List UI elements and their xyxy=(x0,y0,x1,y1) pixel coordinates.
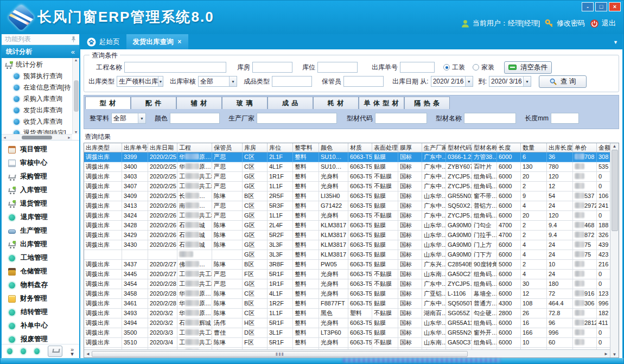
radio-jiazhuang[interactable] xyxy=(473,64,479,71)
table-row[interactable]: G区3L3F整料KLM38176063-T5贴膜国标山东华…GA90M09.门下… xyxy=(84,250,610,260)
tree-item[interactable]: 收货入库查询 xyxy=(5,116,72,127)
color-input[interactable] xyxy=(170,113,220,124)
column-header[interactable]: 型材名称 xyxy=(472,143,497,152)
tab-home[interactable]: 起始页 xyxy=(80,34,126,49)
code-input[interactable] xyxy=(375,113,427,124)
material-tab[interactable]: 配 件 xyxy=(131,97,176,109)
tab-overflow-arrow-icon[interactable]: ▼ xyxy=(613,40,618,45)
tree-item[interactable]: 退货查询[待定] xyxy=(5,127,72,134)
product-type-input[interactable] xyxy=(272,76,312,87)
column-header[interactable]: 整零料 xyxy=(293,143,319,152)
sidebar-item-circle[interactable]: 工地管理 xyxy=(2,251,79,265)
table-row[interactable]: 调拨出库34032020/2/25工共工程严思G区1R1F整料光身料6063-T… xyxy=(84,172,610,182)
table-row[interactable]: 调拨出库34092020/2/25长…陈琳B区2R5F整料LI35H06063-… xyxy=(84,191,610,201)
grid-vertical-scrollbar[interactable]: ▲▼ xyxy=(610,143,619,357)
column-header[interactable]: 出库长度 xyxy=(547,143,573,152)
table-row[interactable]: 调拨出库34582020/2/28华原…陈琳C区4L1F整料光身料6063-T5… xyxy=(84,289,610,299)
sidebar-item-folder[interactable]: 财务管理 xyxy=(2,292,79,305)
tree-item[interactable]: 在途信息查询[待 xyxy=(5,82,72,93)
module-dot-icon[interactable] xyxy=(21,348,26,354)
sidebar-item-cart-in[interactable]: 入库管理 xyxy=(2,183,79,197)
clear-conditions-button[interactable]: 清空条件 xyxy=(504,61,552,74)
material-tab[interactable]: 单 体 型 材 xyxy=(359,97,404,109)
audit-select[interactable]: 全部▼ xyxy=(198,76,237,87)
sidebar-item-cart-return[interactable]: 退货管理 xyxy=(2,197,79,210)
column-header[interactable]: 单价 xyxy=(573,143,597,152)
sidebar-item-cart-out[interactable]: 出库管理 xyxy=(2,238,79,251)
change-password-button[interactable]: 修改密码 xyxy=(545,18,585,28)
sidebar-item-clipboard[interactable]: 项目管理 xyxy=(2,143,79,156)
date-to-select[interactable]: 2020/ 3/16▼ xyxy=(489,76,531,87)
sidebar-item-circle[interactable]: 结转管理 xyxy=(2,305,79,319)
date-from-select[interactable]: 2020/ 2/16▼ xyxy=(431,76,473,87)
sidebar-item-circle[interactable]: 退库管理 xyxy=(2,210,79,224)
tree-item[interactable]: 采购入库查询 xyxy=(5,93,72,105)
column-header[interactable]: 保管员 xyxy=(212,143,243,152)
tab-close-icon[interactable]: × xyxy=(178,38,182,46)
maximize-button[interactable]: □ xyxy=(595,2,607,11)
warehouse-input[interactable] xyxy=(252,62,292,73)
sidebar-item-document[interactable]: 审核中心 xyxy=(2,156,79,170)
tree-root[interactable]: 统计分析 xyxy=(5,59,72,71)
sidebar-item-warehouse[interactable]: 仓储管理 xyxy=(2,265,79,278)
table-row[interactable]: 调拨出库34452020/2/27工共工程严思F区5R1F整料光身料6063-T… xyxy=(84,270,610,279)
sidebar-item-circle[interactable]: 补单中心 xyxy=(2,319,79,333)
tree-vertical-scrollbar[interactable]: ▲▼ xyxy=(72,58,79,134)
column-header[interactable]: 数量 xyxy=(521,143,547,152)
module-dot-icon[interactable] xyxy=(7,348,12,354)
table-row[interactable]: 调拨出库34002020/2/25华原…严思C区4L1F整料SU10…6063-… xyxy=(84,162,610,172)
column-header[interactable]: 工程 xyxy=(177,143,212,152)
section-header[interactable]: 统计分析 « xyxy=(2,45,79,58)
table-row[interactable]: 调拨出库34242020/2/26工共工程严思G区1L1F整料光身料6063-T… xyxy=(84,211,610,221)
manufacturer-input[interactable] xyxy=(257,113,337,124)
column-header[interactable]: 库房 xyxy=(243,143,268,152)
table-row[interactable]: 调拨出库34932020/3/2华原…陈琳C区1L1F整料黑色塑料不贴膜国标湖南… xyxy=(84,309,610,318)
keeper-input[interactable] xyxy=(343,76,384,87)
column-header[interactable]: 出库单号 xyxy=(122,143,148,152)
material-tab[interactable]: 型 材 xyxy=(85,97,131,109)
tab-shipment-query[interactable]: 发货出库查询 × xyxy=(126,34,188,49)
column-header[interactable]: 膜厚 xyxy=(398,143,422,152)
collapse-icon[interactable]: « xyxy=(71,48,75,56)
tree-horizontal-scrollbar[interactable]: ◄► xyxy=(2,134,72,140)
order-no-input[interactable] xyxy=(400,62,435,73)
sidebar-item-circle[interactable]: 物料盘存 xyxy=(2,278,79,292)
sidebar-item-production[interactable]: 生产管理 xyxy=(2,224,79,238)
table-row[interactable]: 调拨出库34542020/2/28工共工程严思G区1R1F整料光身料6063-T… xyxy=(84,279,610,289)
table-row[interactable]: 调拨出库34132020/2/26南…严思C区5R3F整料G714226063-… xyxy=(84,201,610,211)
column-header[interactable]: 库位 xyxy=(268,143,293,152)
module-dot-icon[interactable] xyxy=(34,348,40,354)
table-row[interactable]: 调拨出库34282020/2/26石城陈琳G区2L4F整料KLM38176063… xyxy=(84,221,610,231)
material-tab[interactable]: 隔 热 条 xyxy=(404,97,450,109)
column-header[interactable]: 材质 xyxy=(348,143,372,152)
column-header[interactable]: 出库日期 xyxy=(148,143,177,152)
project-name-input[interactable] xyxy=(124,62,226,73)
table-row[interactable]: 调拨出库34292020/2/26石城陈琳G区5R2F整料KLM38176063… xyxy=(84,231,610,240)
search-button[interactable]: 查 询 xyxy=(539,75,587,88)
grid-horizontal-scrollbar[interactable]: ◄▮▮▮► xyxy=(84,349,610,357)
column-header[interactable]: 长度 xyxy=(497,143,521,152)
column-header[interactable]: 表面处理 xyxy=(372,143,398,152)
logout-button[interactable]: 退出 xyxy=(590,18,616,28)
radio-gongzhuang[interactable] xyxy=(443,64,450,71)
column-header[interactable]: 金额 xyxy=(597,143,611,152)
column-header[interactable]: 生产厂家 xyxy=(422,143,446,152)
sidebar-item-cart[interactable]: 采购管理 xyxy=(2,170,79,183)
sidebar-more-button[interactable]: »▾ xyxy=(71,347,74,356)
name-input[interactable] xyxy=(464,113,516,124)
material-tab[interactable]: 辅 材 xyxy=(176,97,222,109)
table-row[interactable]: 调拨出库34942020/3/2石辉城汤伟H区5R1F整料光身料6063-T5贴… xyxy=(84,318,610,328)
location-input[interactable] xyxy=(317,62,358,73)
pin-icon[interactable] xyxy=(71,36,76,43)
sidebar-item-circle[interactable]: 报废管理 xyxy=(2,333,79,344)
column-header[interactable]: 型材代码 xyxy=(446,143,472,152)
material-tab[interactable]: 成 品 xyxy=(268,97,313,109)
table-row[interactable]: 调拨出库35102020/3/4工共工程陈琳F区5R1F整料光身料6063-T5… xyxy=(84,338,610,348)
module-cart-button[interactable] xyxy=(48,346,62,357)
close-button[interactable]: × xyxy=(609,2,621,11)
column-header[interactable]: 出库类型 xyxy=(84,143,122,152)
material-tab[interactable]: 耗 材 xyxy=(313,97,359,109)
minimize-button[interactable]: - xyxy=(582,2,594,11)
table-row[interactable]: 调拨出库34612020/2/28华原…陈琳B区1R2F整料F8877FT606… xyxy=(84,299,610,309)
table-row[interactable]: 调拨出库34072020/2/25工共工程严思G区1L1F整料光身料6063-T… xyxy=(84,182,610,191)
